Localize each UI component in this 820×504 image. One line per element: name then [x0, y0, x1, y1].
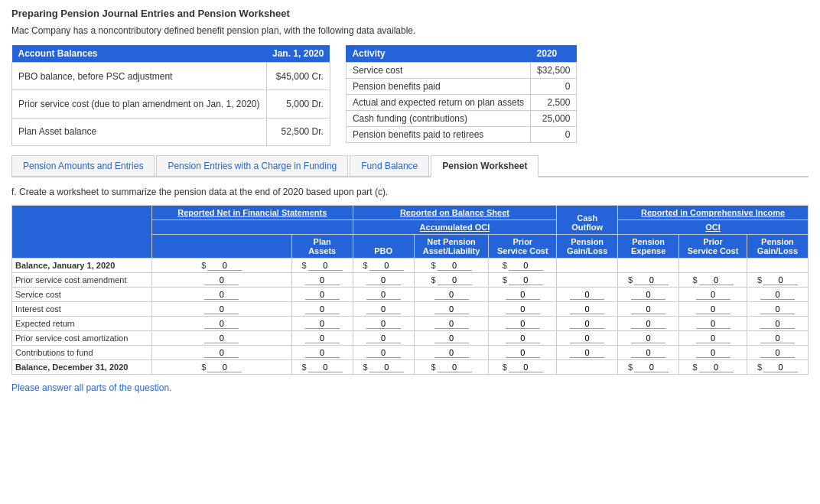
account-balances-header-col2: Jan. 1, 2020	[266, 45, 330, 63]
tab-pension-entries-with-a-charge-in-funding[interactable]: Pension Entries with a Charge in Funding	[156, 155, 348, 176]
worksheet-cell	[557, 259, 618, 273]
worksheet-cell[interactable]	[557, 331, 618, 346]
worksheet-cell[interactable]	[353, 302, 414, 317]
worksheet-cell[interactable]: $	[489, 273, 557, 288]
worksheet-row-label: Service cost	[12, 288, 152, 302]
main-title: Preparing Pension Journal Entries and Pe…	[11, 8, 809, 19]
worksheet-cell[interactable]	[414, 302, 489, 317]
worksheet-cell[interactable]	[618, 317, 679, 331]
worksheet-cell[interactable]: $	[291, 259, 353, 273]
worksheet-cell[interactable]: $	[747, 273, 808, 288]
worksheet-cell[interactable]	[489, 331, 557, 346]
worksheet-cell[interactable]	[151, 317, 291, 331]
worksheet-cell[interactable]	[679, 302, 747, 317]
worksheet-cell[interactable]	[353, 317, 414, 331]
worksheet-cell[interactable]	[618, 331, 679, 346]
worksheet-cell[interactable]	[489, 288, 557, 302]
worksheet-cell[interactable]: $	[414, 360, 489, 375]
worksheet-cell[interactable]	[353, 288, 414, 302]
worksheet-cell	[679, 259, 747, 273]
tab-fund-balance[interactable]: Fund Balance	[350, 155, 429, 176]
worksheet-cell[interactable]	[618, 288, 679, 302]
worksheet-cell	[747, 259, 808, 273]
worksheet-cell[interactable]: $	[353, 360, 414, 375]
worksheet-row-label: Interest cost	[12, 302, 152, 317]
worksheet-cell[interactable]	[557, 346, 618, 360]
worksheet-cell[interactable]: $	[618, 273, 679, 288]
worksheet-cell[interactable]: $	[679, 360, 747, 375]
please-answer: Please answer all parts of the question.	[11, 382, 809, 393]
worksheet-cell[interactable]: $	[151, 360, 291, 375]
worksheet-cell[interactable]	[679, 317, 747, 331]
worksheet-cell[interactable]	[679, 346, 747, 360]
worksheet-cell[interactable]	[489, 302, 557, 317]
worksheet-cell[interactable]: $	[747, 360, 808, 375]
worksheet-cell[interactable]	[747, 331, 808, 346]
worksheet-cell[interactable]	[747, 317, 808, 331]
worksheet-description: f. Create a worksheet to summarize the p…	[11, 187, 809, 197]
worksheet-row-label: Balance, January 1, 2020	[12, 259, 152, 273]
worksheet-table: Reported Net in Financial StatementsRepo…	[11, 205, 809, 375]
worksheet-cell[interactable]: $	[618, 360, 679, 375]
worksheet-cell[interactable]	[414, 346, 489, 360]
worksheet-cell[interactable]	[679, 331, 747, 346]
worksheet-cell	[557, 273, 618, 288]
worksheet-cell	[618, 259, 679, 273]
worksheet-cell[interactable]	[747, 346, 808, 360]
activity-header-col2: 2020	[531, 45, 577, 63]
worksheet-row-label: Balance, December 31, 2020	[12, 360, 152, 375]
worksheet-cell[interactable]	[618, 302, 679, 317]
worksheet-cell[interactable]: $	[489, 259, 557, 273]
activity-header-col1: Activity	[346, 45, 530, 63]
worksheet-cell[interactable]	[557, 288, 618, 302]
tab-pension-worksheet[interactable]: Pension Worksheet	[431, 155, 539, 177]
tabs-bar: Pension Amounts and EntriesPension Entri…	[11, 154, 809, 177]
worksheet-cell[interactable]: $	[353, 259, 414, 273]
worksheet-row-label: Contributions to fund	[12, 346, 152, 360]
worksheet-cell[interactable]	[291, 288, 353, 302]
worksheet-cell[interactable]	[291, 331, 353, 346]
worksheet-cell[interactable]	[353, 331, 414, 346]
worksheet-cell[interactable]: $	[151, 259, 291, 273]
activity-table: Activity 2020 Service cost$32,500Pension…	[346, 45, 578, 143]
worksheet-cell[interactable]: $	[414, 259, 489, 273]
worksheet-cell[interactable]	[489, 346, 557, 360]
worksheet-cell[interactable]	[618, 346, 679, 360]
worksheet-cell[interactable]	[414, 317, 489, 331]
worksheet-cell[interactable]	[291, 302, 353, 317]
worksheet-cell[interactable]	[151, 346, 291, 360]
worksheet-cell[interactable]	[489, 317, 557, 331]
worksheet-cell[interactable]: $	[414, 273, 489, 288]
worksheet-cell[interactable]	[291, 317, 353, 331]
worksheet-cell[interactable]	[353, 273, 414, 288]
worksheet-cell[interactable]	[151, 288, 291, 302]
worksheet-cell[interactable]: $	[679, 273, 747, 288]
worksheet-row-label: Prior service cost amortization	[12, 331, 152, 346]
account-balances-header-col1: Account Balances	[12, 45, 267, 63]
worksheet-cell[interactable]	[557, 302, 618, 317]
worksheet-cell[interactable]: $	[291, 360, 353, 375]
worksheet-row-label: Expected return	[12, 317, 152, 331]
worksheet-cell[interactable]	[151, 302, 291, 317]
worksheet-cell[interactable]	[414, 288, 489, 302]
worksheet-cell[interactable]	[353, 346, 414, 360]
worksheet-cell[interactable]	[679, 288, 747, 302]
account-balances-table: Account Balances Jan. 1, 2020 PBO balanc…	[11, 45, 330, 146]
worksheet-cell[interactable]	[291, 273, 353, 288]
worksheet-cell[interactable]	[151, 273, 291, 288]
tab-pension-amounts-and-entries[interactable]: Pension Amounts and Entries	[11, 155, 155, 176]
worksheet-cell[interactable]	[747, 288, 808, 302]
worksheet-cell[interactable]	[557, 317, 618, 331]
worksheet-cell	[557, 360, 618, 375]
subtitle: Mac Company has a noncontributory define…	[11, 25, 809, 36]
worksheet-cell[interactable]	[414, 331, 489, 346]
worksheet-row-label: Prior service cost amendment	[12, 273, 152, 288]
worksheet-cell[interactable]	[291, 346, 353, 360]
worksheet-cell[interactable]	[151, 331, 291, 346]
worksheet-cell[interactable]	[747, 302, 808, 317]
worksheet-cell[interactable]: $	[489, 360, 557, 375]
